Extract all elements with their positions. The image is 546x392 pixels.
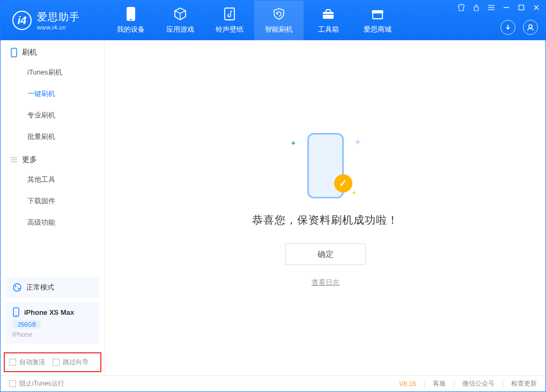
menu-icon[interactable] (488, 4, 495, 11)
music-file-icon (222, 6, 237, 21)
main-content: ✦ ✧ + ✓ 恭喜您，保资料刷机成功啦！ 确定 查看日志 (105, 40, 545, 375)
phone-outline-icon (10, 48, 18, 57)
svg-point-21 (15, 286, 17, 287)
wechat-link[interactable]: 微信公众号 (462, 379, 495, 388)
app-logo-text: 爱思助手 www.i4.cn (37, 10, 80, 31)
toolbox-icon (321, 6, 336, 21)
download-icon[interactable] (500, 20, 515, 35)
svg-point-24 (16, 315, 17, 316)
nav-tab-flash[interactable]: 智能刷机 (254, 1, 304, 40)
svg-rect-2 (225, 8, 234, 20)
sparkle-icon: ✧ (355, 138, 361, 146)
title-bar: i4 爱思助手 www.i4.cn 我的设备 应用游戏 铃声壁纸 智能刷机 工具… (1, 1, 545, 40)
support-link[interactable]: 客服 (433, 379, 446, 388)
nav-tab-label: 铃声壁纸 (216, 25, 244, 34)
section-title-label: 刷机 (22, 48, 37, 57)
sidebar-item-pro-flash[interactable]: 专业刷机 (1, 105, 105, 126)
device-capacity-badge: 256GB (12, 320, 41, 329)
sidebar-item-advanced[interactable]: 高级功能 (1, 212, 105, 233)
sidebar-section-flash: 刷机 (1, 40, 105, 62)
footer-right: V8.16 | 客服 | 微信公众号 | 检查更新 (399, 379, 537, 388)
checkbox-icon (53, 359, 60, 366)
check-update-link[interactable]: 检查更新 (511, 379, 537, 388)
device-type-label: iPhone (12, 331, 93, 338)
app-name-cn: 爱思助手 (37, 10, 80, 24)
separator: | (453, 380, 455, 388)
checkbox-skip-guide[interactable]: 跳过向导 (53, 358, 88, 367)
view-log-link[interactable]: 查看日志 (312, 278, 340, 287)
nav-tab-label: 爱思商城 (364, 25, 392, 34)
device-name-row: iPhone XS Max (12, 307, 93, 317)
svg-rect-7 (474, 7, 478, 11)
device-mode-label: 正常模式 (26, 283, 54, 292)
sparkle-icon: + (352, 188, 356, 197)
window-controls (458, 4, 540, 11)
sidebar-section-more: 更多 (1, 147, 105, 169)
minimize-button[interactable] (503, 4, 510, 11)
mode-normal-icon (12, 283, 22, 292)
nav-tab-device[interactable]: 我的设备 (106, 1, 156, 40)
checkbox-label: 阻止iTunes运行 (19, 379, 64, 388)
nav-tabs: 我的设备 应用游戏 铃声壁纸 智能刷机 工具箱 爱思商城 (106, 1, 402, 40)
app-name-en: www.i4.cn (37, 24, 80, 31)
checkbox-icon (9, 380, 16, 387)
svg-point-22 (18, 288, 20, 290)
svg-rect-1 (129, 19, 132, 20)
footer-left: 阻止iTunes运行 (9, 379, 64, 388)
status-bar: 阻止iTunes运行 V8.16 | 客服 | 微信公众号 | 检查更新 (1, 375, 545, 391)
section-title-label: 更多 (22, 155, 37, 165)
ok-button[interactable]: 确定 (285, 243, 366, 265)
cube-icon (173, 6, 188, 21)
svg-point-20 (13, 284, 21, 291)
sparkle-icon: ✦ (290, 139, 297, 147)
nav-tab-toolbox[interactable]: 工具箱 (304, 1, 353, 40)
logo-area: i4 爱思助手 www.i4.cn (1, 10, 106, 31)
bottom-options-highlight: 自动激活 跳过向导 (4, 352, 101, 372)
device-icon (123, 6, 138, 21)
nav-tab-label: 应用游戏 (166, 25, 194, 34)
nav-tab-ringtone[interactable]: 铃声壁纸 (205, 1, 254, 40)
device-info-box[interactable]: iPhone XS Max 256GB iPhone (6, 302, 99, 344)
svg-rect-3 (323, 12, 334, 19)
success-message: 恭喜您，保资料刷机成功啦！ (252, 213, 399, 227)
svg-rect-16 (11, 48, 17, 57)
check-badge-icon: ✓ (334, 174, 352, 193)
device-name-label: iPhone XS Max (24, 308, 74, 316)
nav-tab-apps[interactable]: 应用游戏 (156, 1, 205, 40)
tshirt-icon[interactable] (458, 4, 465, 11)
svg-rect-4 (326, 10, 330, 12)
svg-point-15 (529, 25, 532, 28)
version-label: V8.16 (399, 380, 416, 388)
sidebar-item-itunes-flash[interactable]: iTunes刷机 (1, 62, 105, 83)
sidebar-item-oneclick-flash[interactable]: 一键刷机 (1, 83, 105, 105)
checkbox-label: 跳过向导 (63, 358, 88, 367)
maximize-button[interactable] (518, 4, 525, 11)
app-logo-icon: i4 (12, 11, 32, 30)
sidebar-item-other-tools[interactable]: 其他工具 (1, 169, 105, 190)
success-illustration: ✦ ✧ + ✓ (277, 128, 374, 203)
svg-rect-0 (127, 7, 135, 21)
body-area: 刷机 iTunes刷机 一键刷机 专业刷机 批量刷机 更多 其他工具 下载固件 … (1, 40, 545, 375)
checkbox-auto-activate[interactable]: 自动激活 (9, 358, 45, 367)
nav-tab-label: 智能刷机 (265, 25, 293, 34)
separator: | (502, 380, 504, 388)
device-mode-box[interactable]: 正常模式 (6, 277, 99, 298)
nav-tab-label: 我的设备 (117, 25, 145, 34)
sidebar-item-batch-flash[interactable]: 批量刷机 (1, 126, 105, 147)
store-icon (370, 6, 385, 21)
list-icon (10, 156, 18, 164)
svg-rect-6 (373, 13, 382, 19)
checkbox-block-itunes[interactable]: 阻止iTunes运行 (9, 379, 64, 388)
checkbox-label: 自动激活 (19, 358, 45, 367)
checkbox-icon (9, 359, 16, 366)
sidebar-item-download-firmware[interactable]: 下载固件 (1, 190, 105, 212)
header-right-icons (500, 20, 538, 35)
svg-rect-5 (323, 14, 334, 15)
nav-tab-store[interactable]: 爱思商城 (353, 1, 402, 40)
nav-tab-label: 工具箱 (318, 25, 339, 34)
phone-small-icon (12, 307, 20, 317)
lock-icon[interactable] (473, 4, 480, 11)
user-icon[interactable] (523, 20, 538, 35)
close-button[interactable] (533, 4, 540, 11)
svg-rect-12 (519, 5, 524, 10)
